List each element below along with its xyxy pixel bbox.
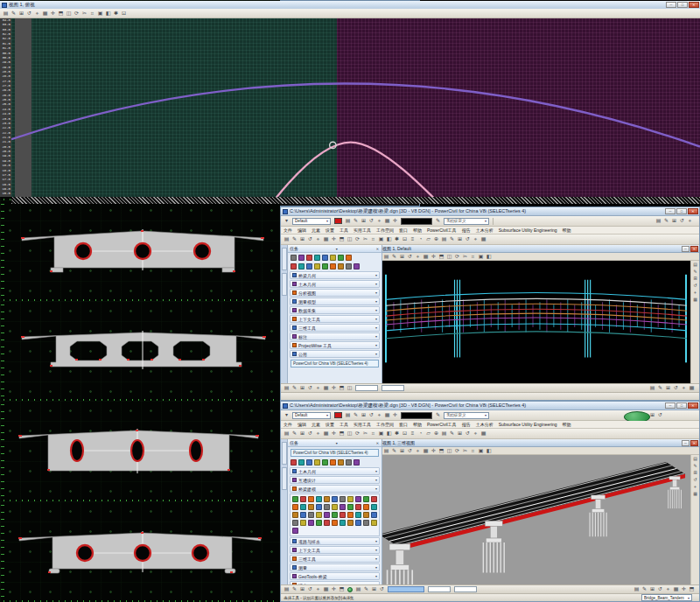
toolbar-icon[interactable]: ✛ — [391, 411, 399, 419]
close-button[interactable]: ✕ — [690, 246, 698, 252]
toolbar-icon[interactable] — [306, 459, 312, 466]
toolbar-icon[interactable] — [330, 255, 336, 261]
toolbar-icon[interactable]: ✎ — [290, 235, 298, 243]
toolbar-icon[interactable]: ✛ — [430, 253, 438, 261]
toolbar-icon[interactable]: ⊞ — [398, 253, 406, 261]
toolbar-icon[interactable]: ◫ — [445, 447, 453, 455]
close-button[interactable]: ✕ — [688, 402, 698, 409]
toolbar-icon[interactable]: ▤ — [283, 430, 290, 438]
toolbar-icon[interactable]: ↺ — [691, 476, 699, 483]
docked-tab[interactable] — [282, 442, 287, 465]
toolbar-icon[interactable] — [346, 459, 352, 466]
tool-icon[interactable] — [316, 496, 322, 502]
toolbar-icon[interactable]: ✂ — [461, 253, 469, 261]
minimize-button[interactable]: ─ — [665, 402, 676, 409]
feature-combo[interactable]: 无特征定义▾ — [444, 218, 489, 225]
menu-item[interactable]: 土木分析 — [473, 228, 496, 233]
level-combo[interactable]: Default▾ — [292, 412, 331, 419]
tool-icon[interactable] — [316, 504, 322, 510]
docked-tab[interactable] — [282, 467, 287, 490]
menu-item[interactable]: 实用工具 — [351, 422, 374, 427]
app-titlebar[interactable]: C:\Users\Administrator\Desktop\桥梁建模\桥梁.d… — [281, 402, 699, 410]
toolbar-icon[interactable]: ⌖ — [686, 217, 694, 225]
docked-tab[interactable] — [282, 273, 287, 296]
tool-icon[interactable] — [324, 496, 330, 502]
toolbar-icon[interactable]: ▤ — [344, 217, 352, 225]
toolbar-icon[interactable] — [338, 255, 344, 261]
chevron-down-icon[interactable]: ▾ — [375, 273, 377, 277]
toolbar-icon[interactable] — [314, 255, 320, 261]
chevron-down-icon[interactable]: ▾ — [375, 486, 377, 491]
toolbar-icon[interactable]: ▤ — [440, 235, 448, 243]
feature-combo[interactable]: 无特征定义▾ — [444, 412, 489, 419]
toolbar-icon[interactable] — [290, 459, 297, 466]
chevron-down-icon[interactable]: ▾ — [375, 556, 377, 561]
toolbar-icon[interactable]: ⌖ — [664, 585, 672, 593]
chevron-down-icon[interactable]: ▾ — [375, 326, 377, 330]
task-item[interactable]: 测量模型▾ — [290, 298, 380, 305]
toolbar-icon[interactable]: ✂ — [80, 10, 88, 18]
chevron-down-icon[interactable]: ▾ — [375, 282, 377, 286]
task-item[interactable]: GeoTools-桥梁▾ — [290, 572, 380, 580]
toolbar-icon[interactable]: ◔ — [416, 235, 424, 243]
chevron-down-icon[interactable]: ▾ — [375, 352, 377, 356]
toolbar-icon[interactable]: ✎ — [362, 585, 370, 593]
feature-icon[interactable]: ✎ — [434, 411, 442, 419]
chevron-down-icon[interactable]: ▾ — [375, 317, 377, 321]
tool-icon[interactable] — [308, 512, 314, 518]
toolbar-icon[interactable] — [354, 263, 360, 270]
toolbar-icon[interactable]: ▦ — [41, 10, 49, 18]
toolbar-icon[interactable]: ⊞ — [360, 411, 368, 419]
task-item[interactable]: 土木几何▾ — [290, 467, 380, 475]
level-combo[interactable]: Default▾ — [292, 218, 331, 225]
tool-icon[interactable] — [332, 512, 338, 518]
toolbar-icon[interactable]: ⬒ — [338, 430, 346, 438]
tool-icon[interactable] — [371, 504, 377, 510]
task-item[interactable]: 上下文工具▾ — [290, 315, 380, 323]
menu-item[interactable]: 报告 — [459, 228, 473, 233]
toolbar-icon[interactable]: ⌖ — [33, 10, 41, 18]
toolbar-icon[interactable]: ▤ — [654, 217, 662, 225]
chevron-down-icon[interactable]: ▾ — [375, 565, 377, 570]
toolbar-icon[interactable]: ↺ — [378, 585, 386, 593]
toolbar-icon[interactable]: ✎ — [390, 447, 398, 455]
tool-icon[interactable] — [324, 512, 330, 518]
tool-icon[interactable] — [347, 520, 354, 526]
toolbar-icon[interactable]: ✎ — [448, 430, 456, 438]
menu-item[interactable]: 编辑 — [295, 228, 309, 233]
toolbar-icon[interactable]: ⌖ — [314, 235, 322, 243]
tool-icon[interactable] — [347, 496, 354, 502]
toolbar-icon[interactable]: ⊞ — [360, 217, 368, 225]
toolbar-icon[interactable]: ↺ — [691, 282, 699, 289]
tool-icon[interactable] — [300, 520, 306, 526]
toolbar-icon[interactable]: ▱ — [424, 430, 432, 438]
toolbar-icon[interactable]: ▤ — [283, 585, 290, 593]
menu-item[interactable]: 实用工具 — [351, 228, 374, 233]
chevron-down-icon[interactable]: ▾ — [375, 334, 377, 339]
tool-icon[interactable] — [340, 496, 346, 502]
toolbar-icon[interactable]: ⟳ — [453, 447, 461, 455]
toolbar-icon[interactable]: ⊞ — [298, 430, 306, 438]
toolbar-icon[interactable]: ✎ — [691, 462, 699, 469]
menu-item[interactable]: 工作空间 — [374, 422, 396, 427]
toolbar-icon[interactable]: ✛ — [680, 585, 688, 593]
toolbar-icon[interactable]: ✎ — [390, 253, 398, 261]
tool-icon[interactable] — [355, 504, 361, 510]
chevron-down-icon[interactable]: ▾ — [375, 469, 377, 473]
active-level-display[interactable] — [401, 218, 432, 225]
menu-item[interactable]: Subsurface Utility Engineering — [496, 422, 560, 427]
status-field[interactable] — [382, 385, 404, 391]
toolbar-icon[interactable]: ↺ — [406, 447, 414, 455]
toolbar-icon[interactable]: ⌖ — [680, 384, 688, 392]
viewport-cross-section-4[interactable] — [0, 301, 280, 401]
toolbar-icon[interactable]: ≡ — [409, 235, 416, 243]
toolbar-icon[interactable]: ✎ — [10, 10, 18, 18]
tool-icon[interactable] — [371, 520, 377, 526]
tool-icon[interactable] — [363, 496, 369, 502]
toolbar-icon[interactable]: ⌖ — [314, 430, 322, 438]
toolbar-icon[interactable]: ▤ — [283, 384, 290, 392]
chevron-down-icon[interactable]: ▾ — [375, 478, 377, 482]
toolbar-icon[interactable]: ▣ — [377, 430, 385, 438]
toolbar-icon[interactable]: ◫ — [65, 10, 73, 18]
minimize-button[interactable]: ─ — [682, 440, 690, 446]
